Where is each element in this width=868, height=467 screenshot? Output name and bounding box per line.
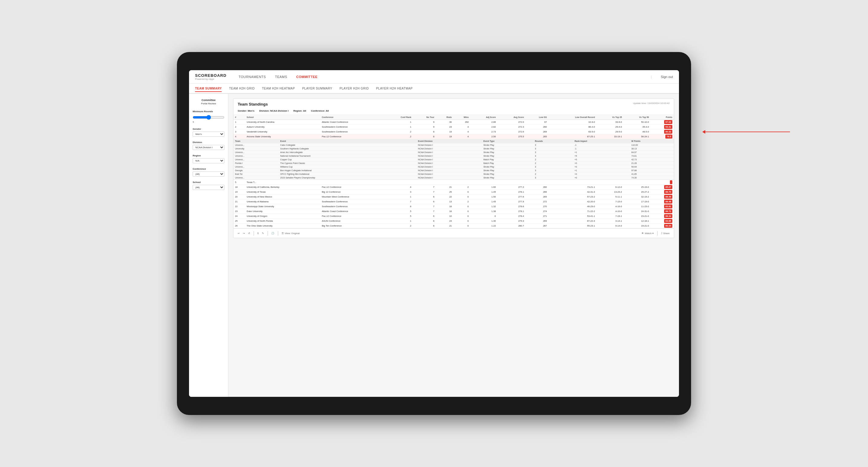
expanded-row-header: Team Event Event Division Event Type Rou… bbox=[234, 139, 674, 180]
reset-button[interactable]: ↺ bbox=[248, 232, 250, 235]
sub-nav-team-h2h-grid[interactable]: TEAM H2H GRID bbox=[229, 86, 255, 92]
exp-cell-division: NCAA Division I bbox=[416, 161, 482, 165]
min-rounds-slider[interactable] bbox=[193, 115, 224, 120]
cell-points[interactable]: 80.34 bbox=[651, 223, 674, 228]
cell-conference: Southeastern Conference bbox=[320, 199, 384, 204]
nav-teams[interactable]: TEAMS bbox=[275, 74, 287, 80]
cell-rank: 22 bbox=[234, 204, 245, 209]
undo-button[interactable]: ↩ bbox=[238, 232, 240, 235]
cell-points[interactable]: 83.81 bbox=[651, 204, 674, 209]
sign-out-button[interactable]: Sign out bbox=[661, 75, 673, 79]
division-label: Division bbox=[193, 141, 224, 144]
cell-low-sg: 267 bbox=[525, 223, 548, 228]
cell-no-tour: 9 bbox=[413, 125, 436, 129]
cell-points[interactable]: 88.70 bbox=[651, 190, 674, 194]
cell-rnds: 24 bbox=[436, 219, 453, 223]
cell-points[interactable]: 88.49 bbox=[651, 194, 674, 199]
cell-points[interactable] bbox=[651, 180, 674, 185]
cell-rnds: 18 bbox=[436, 204, 453, 209]
cell-rnds: 30 bbox=[436, 120, 453, 125]
cell-school: Auburn University bbox=[245, 125, 320, 129]
cell-low-sg: 274 bbox=[525, 209, 548, 214]
cell-points[interactable]: 88.34 bbox=[651, 214, 674, 219]
exp-cell-division: NCAA Division I bbox=[416, 151, 482, 154]
col-wins: Wins bbox=[453, 115, 470, 120]
redo-button[interactable]: ↪ bbox=[243, 232, 245, 235]
sub-nav-team-summary[interactable]: TEAM SUMMARY bbox=[195, 86, 222, 92]
cell-points[interactable]: 90.32 bbox=[651, 129, 674, 134]
nav-tournaments[interactable]: TOURNAMENTS bbox=[239, 74, 266, 80]
app-logo: SCOREBOARD Powered by clippi bbox=[195, 73, 226, 81]
exp-cell-division: NCAA Division I bbox=[416, 158, 482, 161]
cell-wins: 0 bbox=[453, 190, 470, 194]
cell-school: University of Oregon bbox=[245, 214, 320, 219]
cell-adj-score: 1.30 bbox=[470, 219, 497, 223]
table-row: 2 Auburn University Southeastern Confere… bbox=[234, 125, 674, 129]
cell-rnds: 23 bbox=[436, 125, 453, 129]
cell-no-tour: 8 bbox=[413, 129, 436, 134]
cell-vs-top25: 33-19-1 bbox=[596, 134, 623, 139]
exp-cell-division: NCAA Division I bbox=[416, 165, 482, 169]
sidebar-division: Division NCAA Division I bbox=[193, 141, 224, 150]
sub-nav-team-h2h-heatmap[interactable]: TEAM H2H HEATMAP bbox=[262, 86, 295, 92]
report-container: Team Standings Update time: 13/03/2024 1… bbox=[233, 99, 674, 238]
watch-button[interactable]: 👁 Watch ▾ bbox=[642, 232, 654, 235]
cell-conf-rank: 1 bbox=[384, 125, 412, 129]
cell-low-overall: 42-31-3 bbox=[548, 190, 596, 194]
gender-select[interactable]: Men's Women's bbox=[193, 131, 224, 137]
exp-cell-type: Stroke Play bbox=[482, 176, 533, 180]
clock-button[interactable]: 🕐 bbox=[271, 232, 274, 235]
table-row-highlighted: 4 Arizona State University Pac-12 Confer… bbox=[234, 134, 674, 139]
cell-avg-score: 272.3 bbox=[497, 125, 525, 129]
exp-cell-event: OFCC Fighting Illini Invitational bbox=[279, 173, 416, 176]
cell-conference: Pac-12 Conference bbox=[320, 214, 384, 219]
share-button[interactable]: ⤴ Share bbox=[661, 232, 670, 235]
cell-avg-score: 278.1 bbox=[497, 190, 525, 194]
cell-vs-top25: 7-15-0 bbox=[596, 199, 623, 204]
sub-nav-player-summary[interactable]: PLAYER SUMMARY bbox=[302, 86, 332, 92]
cell-points[interactable]: 79.5 bbox=[651, 134, 674, 139]
edit-button[interactable]: ✎ bbox=[262, 232, 264, 235]
exp-cell-event: 2023 Sahalee Players Championship bbox=[279, 176, 416, 180]
cell-low-sg: 271 bbox=[525, 214, 548, 219]
nav-committee[interactable]: COMMITTEE bbox=[297, 74, 318, 80]
list-item: Georgia Ben Hogan Collegiate Invitationa… bbox=[234, 169, 674, 173]
cell-low-overall: 86-4-0 bbox=[548, 125, 596, 129]
list-item: Universi... Williams Cup NCAA Division I… bbox=[234, 165, 674, 169]
exp-cell-rank-impact: +5 bbox=[573, 154, 630, 158]
cell-vs-top25: 9-14-0 bbox=[596, 223, 623, 228]
cell-school: Texas T... bbox=[245, 180, 320, 185]
exp-cell-team: Universi... bbox=[234, 143, 279, 147]
school-select[interactable]: (All) bbox=[193, 185, 224, 190]
exp-cell-rounds: 3 bbox=[533, 143, 573, 147]
cell-points[interactable]: 97.02 bbox=[651, 120, 674, 125]
conference-select[interactable]: (All) bbox=[193, 172, 224, 177]
cell-points[interactable]: 83.89 bbox=[651, 219, 674, 223]
filter-conference-value: All bbox=[326, 110, 329, 112]
cell-points[interactable]: 85.07 bbox=[651, 185, 674, 190]
cell-points[interactable]: 88.71 bbox=[651, 209, 674, 214]
exp-col-event: Event bbox=[279, 139, 416, 143]
view-original-button[interactable]: ☰ View: Original bbox=[282, 232, 300, 235]
cell-avg-score: 275.5 bbox=[497, 134, 525, 139]
exp-cell-type: Match Play bbox=[482, 161, 533, 165]
region-select[interactable]: N/A bbox=[193, 158, 224, 163]
tablet-frame: SCOREBOARD Powered by clippi TOURNAMENTS… bbox=[177, 52, 691, 415]
cell-no-tour: 9 bbox=[413, 120, 436, 125]
table-row: 23 Duke University Atlantic Coast Confer… bbox=[234, 209, 674, 214]
copy-button[interactable]: ⎘ bbox=[257, 232, 259, 235]
cell-vs-top25: 7-19-1 bbox=[596, 214, 623, 219]
exp-cell-division: NCAA Division I bbox=[416, 176, 482, 180]
cell-wins: 0 bbox=[453, 214, 470, 219]
cell-vs-top25: 3-14-1 bbox=[596, 219, 623, 223]
cell-points[interactable]: 88.48 bbox=[651, 199, 674, 204]
sub-nav-player-h2h-heatmap[interactable]: PLAYER H2H HEATMAP bbox=[376, 86, 412, 92]
cell-school: University of New Mexico bbox=[245, 194, 320, 199]
cell-conf-rank: 3 bbox=[384, 190, 412, 194]
division-select[interactable]: NCAA Division I bbox=[193, 145, 224, 150]
list-item: Universi... Amer Arc Intercollegiate NCA… bbox=[234, 151, 674, 154]
sub-nav-player-h2h-grid[interactable]: PLAYER H2H GRID bbox=[340, 86, 369, 92]
sidebar: Committee Portal Review Minimum Rounds 5… bbox=[189, 94, 228, 397]
cell-points[interactable]: 93.31 bbox=[651, 125, 674, 129]
cell-no-tour: 7 bbox=[413, 204, 436, 209]
